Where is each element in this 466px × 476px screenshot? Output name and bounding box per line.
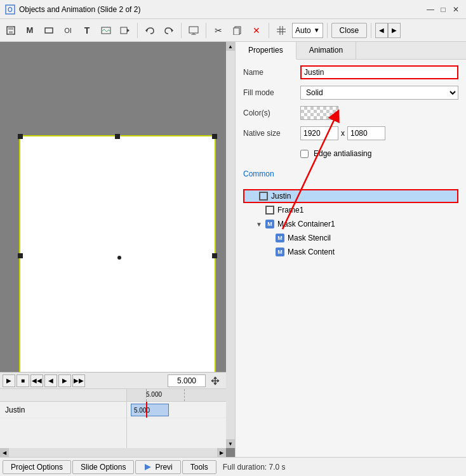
zoom-select-container[interactable]: Auto ▼ — [292, 23, 323, 38]
tab-properties[interactable]: Properties — [236, 42, 296, 60]
maximize-button[interactable]: □ — [438, 4, 448, 15]
fill-mode-row: Fill mode Solid — [243, 85, 458, 100]
preview-icon — [143, 463, 152, 472]
toolbar-img-btn[interactable] — [98, 22, 114, 39]
toolbar-rect-btn[interactable] — [41, 22, 57, 39]
tree-label-justin: Justin — [271, 192, 291, 201]
tl-next-btn[interactable]: ▶ — [58, 374, 71, 387]
canvas-area: ▲ ▼ ◀ ▶ — [0, 42, 235, 457]
tl-move-btn[interactable] — [207, 373, 223, 389]
window-title: Objects and Animation (Slide 2 of 2) — [19, 5, 140, 14]
native-size-row: Native size x — [243, 126, 458, 141]
panel-scroll[interactable]: Name Fill mode Solid — [236, 60, 466, 457]
tl-stop-btn[interactable]: ■ — [17, 374, 29, 387]
close-button[interactable]: Close — [331, 23, 368, 38]
toolbar-copy-btn[interactable] — [229, 22, 246, 39]
svg-marker-10 — [171, 29, 173, 32]
separator-1 — [137, 23, 138, 38]
name-input[interactable] — [300, 65, 458, 79]
handle-tr[interactable] — [212, 134, 217, 139]
toolbar-T-btn[interactable]: T — [79, 22, 95, 39]
toolbar-undo-btn[interactable] — [142, 22, 158, 39]
edge-checkbox[interactable] — [300, 150, 309, 158]
panel-tabs: Properties Animation — [236, 42, 466, 60]
timeline-track-row-1: 5.000 — [127, 402, 226, 418]
separator-6 — [371, 23, 371, 38]
tree-item-maskcontainer1[interactable]: ▼ M Mask Container1 — [243, 217, 458, 231]
tl-back-btn[interactable]: ◀◀ — [30, 374, 43, 387]
color-swatch[interactable] — [300, 106, 338, 120]
timeline-marker-5: 5.000 — [146, 391, 162, 398]
tree-expand-mask[interactable]: ▼ — [256, 221, 263, 228]
svg-rect-3 — [8, 27, 13, 30]
toolbar-cut-btn[interactable]: ✂ — [210, 22, 227, 39]
scroll-right-btn[interactable]: ▶ — [217, 448, 226, 457]
slide-options-btn[interactable]: Slide Options — [72, 460, 134, 474]
nav-prev-btn[interactable]: ◀ — [375, 23, 388, 38]
edge-value: Edge antialiasing — [300, 149, 458, 158]
native-size-w-input[interactable] — [300, 126, 338, 140]
fill-mode-value: Solid — [300, 86, 458, 100]
timeline-time-display[interactable]: 5.000 — [168, 374, 206, 387]
tree-label-maskcontainer1: Mask Container1 — [277, 220, 335, 228]
svg-rect-4 — [9, 31, 13, 34]
tree-item-frame1[interactable]: Frame1 — [243, 203, 458, 217]
tree-item-maskstencil[interactable]: M Mask Stencil — [243, 231, 458, 245]
handle-mr[interactable] — [212, 253, 217, 258]
svg-marker-8 — [127, 29, 130, 32]
tree-icon-maskcontainer1: M — [265, 219, 275, 229]
toolbar: M OI T ✂ ✕ Auto — [0, 19, 466, 42]
tree-icon-frame1 — [265, 205, 275, 215]
tree-item-justin[interactable]: Justin — [243, 189, 458, 203]
app-icon: O — [5, 4, 15, 15]
common-link[interactable]: Common — [243, 169, 274, 178]
colors-value — [300, 106, 458, 120]
zoom-dropdown-icon[interactable]: ▼ — [314, 27, 320, 34]
fill-mode-select[interactable]: Solid — [300, 86, 458, 100]
svg-text:O: O — [8, 6, 13, 13]
svg-rect-12 — [192, 33, 195, 34]
scroll-up-btn[interactable]: ▲ — [226, 42, 235, 51]
project-options-btn[interactable]: Project Options — [3, 460, 71, 474]
tl-end-btn[interactable]: ▶▶ — [72, 374, 85, 387]
horizontal-scrollbar[interactable]: ◀ ▶ — [0, 448, 226, 457]
toolbar-m-btn[interactable]: M — [22, 22, 38, 39]
toolbar-text-btn[interactable]: OI — [60, 22, 76, 39]
toolbar-redo-btn[interactable] — [161, 22, 177, 39]
tl-prev-btn[interactable]: ◀ — [44, 374, 57, 387]
properties-panel: Properties Animation Name — [235, 42, 466, 457]
svg-rect-11 — [189, 27, 198, 33]
handle-ml[interactable] — [18, 253, 23, 258]
name-row: Name — [243, 65, 458, 80]
timeline-block[interactable]: 5.000 — [131, 404, 169, 416]
toolbar-present-btn[interactable] — [185, 22, 202, 39]
scroll-down-btn[interactable]: ▼ — [226, 439, 235, 448]
preview-btn[interactable]: Previ — [135, 460, 180, 474]
scroll-left-btn[interactable]: ◀ — [0, 448, 9, 457]
toolbar-delete-btn[interactable]: ✕ — [248, 22, 265, 39]
toolbar-nav: ◀ ▶ — [375, 23, 401, 38]
timeline-tracks: 5.000 — [127, 402, 226, 448]
handle-tl[interactable] — [18, 134, 23, 139]
tab-animation[interactable]: Animation — [296, 42, 356, 59]
svg-rect-13 — [191, 34, 196, 35]
canvas-frame[interactable] — [19, 135, 216, 376]
handle-tm[interactable] — [115, 134, 120, 139]
size-x-label: x — [341, 129, 345, 138]
title-bar-left: O Objects and Animation (Slide 2 of 2) — [5, 4, 140, 15]
tl-play-btn[interactable]: ▶ — [3, 374, 15, 387]
native-size-h-input[interactable] — [347, 126, 385, 140]
edge-label: Edge antialiasing — [314, 149, 371, 158]
nav-next-btn[interactable]: ▶ — [388, 23, 401, 38]
tree-label-maskstencil: Mask Stencil — [288, 234, 331, 242]
close-window-button[interactable]: ✕ — [451, 4, 461, 15]
toolbar-video-btn[interactable] — [117, 22, 133, 39]
duration-text: Full duration: 7.0 s — [223, 463, 286, 472]
timeline-controls: ▶ ■ ◀◀ ◀ ▶ ▶▶ 5.000 — [0, 373, 226, 389]
minimize-button[interactable]: — — [425, 4, 436, 15]
tools-btn[interactable]: Tools — [182, 460, 216, 474]
toolbar-save-btn[interactable] — [3, 22, 19, 39]
tree-item-maskcontent[interactable]: M Mask Content — [243, 245, 458, 259]
toolbar-grid-btn[interactable] — [273, 22, 290, 39]
panel-content: Name Fill mode Solid — [236, 60, 466, 267]
